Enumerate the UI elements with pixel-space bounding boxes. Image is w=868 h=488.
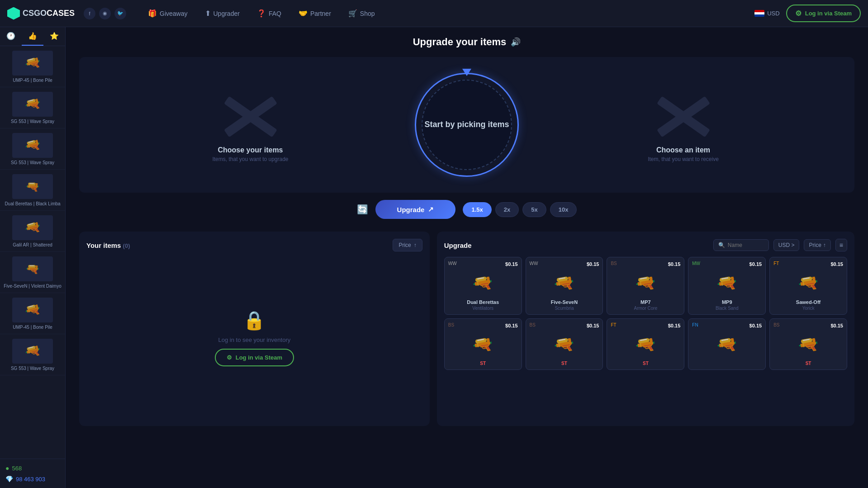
your-items-header: Your items (0) Price ↑ — [86, 239, 422, 251]
card-price: $0.15 — [587, 323, 599, 328]
sidebar-item[interactable]: 🔫 UMP-45 | Bone Pile — [0, 293, 65, 334]
item-image: 🔫 — [12, 51, 53, 76]
instagram-icon[interactable]: ◉ — [99, 8, 111, 19]
sound-icon[interactable]: 🔊 — [511, 37, 521, 47]
upgrade-panel-title: Upgrade — [444, 242, 472, 249]
upgrade-card[interactable]: FT $0.15 🔫 Sawed-Off Yorick — [769, 257, 847, 315]
card-condition: WW — [448, 261, 457, 266]
empty-state: 🔒 Log in to see your inventory ⚙ Log in … — [86, 257, 422, 419]
item-name: SG 553 | Wave Spray — [11, 160, 54, 166]
upgrade-panel-header: Upgrade 🔍 USD > Price ↑ ≡ — [444, 239, 847, 251]
items-sort-button[interactable]: Price ↑ — [393, 239, 422, 251]
crossed-guns-right — [647, 87, 720, 146]
card-name: MP9 — [692, 299, 762, 305]
nav-faq[interactable]: ❓ FAQ — [250, 6, 289, 21]
sidebar-tab-starred[interactable]: ⭐ — [43, 27, 65, 46]
card-st: ST — [448, 361, 518, 366]
price-sort-button[interactable]: Price ↑ — [804, 239, 830, 251]
bottom-panels: Your items (0) Price ↑ 🔒 Log in to see y… — [66, 227, 868, 488]
upgrade-card[interactable]: BS $0.15 🔫 MP7 Armor Core — [607, 257, 684, 315]
mult-2x[interactable]: 2x — [495, 202, 519, 217]
card-name: Sawed-Off — [773, 299, 843, 305]
card-price: $0.15 — [830, 261, 843, 267]
upgrade-card[interactable]: MW $0.15 🔫 MP9 Black Sand — [688, 257, 766, 315]
stat-online: ● 568 — [5, 463, 60, 474]
card-image: 🔫 — [692, 331, 762, 358]
upgrade-card[interactable]: BS $0.15 🔫 ST — [526, 318, 603, 370]
lock-icon: 🔒 — [243, 310, 266, 331]
upgrade-arrow-icon: ↗ — [428, 205, 434, 213]
card-price: $0.15 — [830, 323, 843, 328]
your-items-panel: Your items (0) Price ↑ 🔒 Log in to see y… — [79, 232, 430, 426]
mult-5x[interactable]: 5x — [522, 202, 546, 217]
upgrader-icon: ⬆ — [205, 9, 211, 18]
sidebar-tab-history[interactable]: 🕐 — [0, 27, 22, 46]
wheel-text: Start by picking items — [424, 119, 509, 130]
sidebar-tab-liked[interactable]: 👍 — [22, 27, 43, 46]
item-image: 🔫 — [12, 215, 53, 240]
sidebar-item[interactable]: 🔫 Dual Berettas | Black Limba — [0, 170, 65, 211]
wheel-inner: Start by picking items — [422, 80, 512, 170]
language-selector[interactable]: USD — [754, 10, 779, 17]
card-subname: Scumbria — [530, 306, 599, 311]
upgrade-panel: Upgrade 🔍 USD > Price ↑ ≡ — [437, 232, 854, 426]
login-button-header[interactable]: ⚙ Log in via Steam — [786, 5, 861, 22]
sidebar-item[interactable]: 🔫 SG 553 | Wave Spray — [0, 334, 65, 375]
item-name: UMP-45 | Bone Pile — [13, 77, 52, 83]
upgrader-title-row: Upgrade your items 🔊 — [79, 36, 854, 48]
twitter-icon[interactable]: 🐦 — [114, 8, 126, 19]
stat-total: 💎 98 463 903 — [5, 474, 60, 484]
upgrade-button[interactable]: Upgrade ↗ — [375, 200, 456, 219]
card-st: ST — [773, 361, 843, 366]
controls-row: 🔄 Upgrade ↗ 1.5x 2x 5x 10x — [79, 200, 854, 219]
sidebar-item[interactable]: 🔫 SG 553 | Wave Spray — [0, 87, 65, 128]
nav-shop[interactable]: 🛒 Shop — [341, 6, 382, 21]
card-name: Dual Berettas — [448, 299, 518, 305]
nav-upgrader[interactable]: ⬆ Upgrader — [198, 6, 247, 21]
filter-button[interactable]: ≡ — [835, 239, 847, 251]
upgrade-card[interactable]: FN $0.15 🔫 — [688, 318, 766, 370]
sidebar-item[interactable]: 🔫 UMP-45 | Bone Pile — [0, 46, 65, 87]
logo[interactable]: CSGOCASES — [7, 7, 75, 20]
facebook-icon[interactable]: f — [84, 8, 95, 19]
card-price: $0.15 — [505, 323, 518, 328]
item-image: 🔫 — [12, 92, 53, 117]
login-inventory-button[interactable]: ⚙ Log in via Steam — [215, 349, 294, 366]
search-input[interactable] — [728, 242, 764, 248]
search-box[interactable]: 🔍 — [713, 239, 769, 251]
currency-button[interactable]: USD > — [773, 239, 800, 251]
upgrade-btn-label: Upgrade — [397, 206, 425, 213]
choose-item-sublabel: Item, that you want to receive — [648, 156, 719, 162]
your-items-title: Your items (0) — [86, 242, 130, 249]
card-image: 🔫 — [692, 270, 762, 297]
sidebar-tabs: 🕐 👍 ⭐ — [0, 27, 65, 46]
upgrade-card[interactable]: BS $0.15 🔫 ST — [769, 318, 847, 370]
choose-item-right[interactable]: Choose an item Item, that you want to re… — [521, 87, 845, 162]
upgrade-card[interactable]: FT $0.15 🔫 ST — [607, 318, 684, 370]
item-image: 🔫 — [12, 256, 53, 281]
choose-items-left[interactable]: Choose your items Items, that you want t… — [88, 87, 413, 162]
card-image: 🔫 — [611, 270, 680, 297]
upgrade-card[interactable]: WW $0.15 🔫 Dual Berettas Ventilators — [444, 257, 522, 315]
item-name: Galil AR | Shattered — [13, 242, 52, 248]
main-content: Upgrade your items 🔊 Choose your items I… — [66, 27, 868, 488]
mult-1-5x[interactable]: 1.5x — [463, 202, 491, 217]
mult-10x[interactable]: 10x — [550, 202, 577, 217]
sidebar-item[interactable]: 🔫 SG 553 | Wave Spray — [0, 128, 65, 170]
sidebar-item[interactable]: 🔫 Galil AR | Shattered — [0, 211, 65, 252]
card-image: 🔫 — [530, 331, 599, 358]
nav-giveaway-label: Giveaway — [160, 10, 187, 17]
nav-partner[interactable]: 🤝 Partner — [291, 6, 338, 21]
upgrade-card[interactable]: BS $0.15 🔫 ST — [444, 318, 522, 370]
upgrade-card[interactable]: WW $0.15 🔫 Five-SeveN Scumbria — [526, 257, 603, 315]
search-icon: 🔍 — [718, 242, 725, 248]
card-condition: WW — [530, 261, 538, 266]
card-price: $0.15 — [749, 323, 762, 328]
card-image: 🔫 — [773, 331, 843, 358]
card-image: 🔫 — [530, 270, 599, 297]
refresh-button[interactable]: 🔄 — [357, 204, 368, 215]
nav-giveaway[interactable]: 🎁 Giveaway — [141, 6, 194, 21]
card-condition: BS — [448, 322, 454, 327]
sidebar-item[interactable]: 🔫 Five-SeveN | Violent Daimyo — [0, 252, 65, 293]
filter-icon: ≡ — [840, 242, 843, 249]
